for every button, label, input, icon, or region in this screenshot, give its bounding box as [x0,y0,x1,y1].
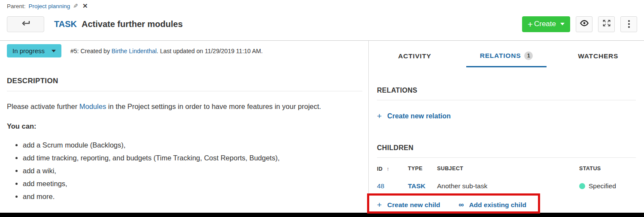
back-arrow-icon [21,19,30,29]
kebab-menu-icon [628,20,630,28]
work-package-toolbar: TASK Activate further modules + Create [7,16,637,32]
parent-label: Parent: [7,3,26,9]
tab-label: ACTIVITY [398,52,431,60]
page-title: TASK Activate further modules [54,19,183,29]
toolbar-actions: + Create [522,16,637,32]
relations-divider [377,100,636,100]
sort-ascending-icon: ↑ [386,166,389,172]
red-highlight-annotation [367,193,540,214]
list-item: and more. [23,192,361,201]
author-link[interactable]: Birthe Lindenthal [112,48,157,54]
work-package-type-label[interactable]: TASK [54,19,77,29]
main-content: In progress #5: Created by Birthe Linden… [0,41,644,217]
work-package-details: In progress #5: Created by Birthe Linden… [0,41,368,217]
create-new-relation-label: Create new relation [387,112,451,120]
description-heading: DESCRIPTION [7,77,361,85]
parent-bar: Parent: Project planning ✎ ✕ [7,2,88,10]
relations-count-badge: 1 [524,51,533,60]
list-item: add meetings, [23,179,361,188]
child-type-link[interactable]: TASK [408,182,437,190]
side-panel: ACTIVITY RELATIONS 1 WATCHERS RELATIONS … [368,41,644,217]
relations-panel: RELATIONS + Create new relation CHILDREN… [369,67,644,209]
status-label: In progress [12,47,45,54]
description-bullet-list: add a Scrum module (Backlogs), add time … [7,141,361,201]
created-text: #5: Created by [70,48,112,54]
description-text: in the Project settings in order to have… [106,102,321,110]
back-button[interactable] [7,16,44,32]
plus-icon: + [377,112,382,120]
you-can-label: You can: [7,122,361,130]
column-header-type[interactable]: TYPE [408,166,437,172]
description-text: Please activate further [7,102,79,110]
watch-button[interactable] [576,16,592,32]
status-text: Specified [589,182,616,190]
child-subject: Another sub-task [437,182,579,190]
bottom-black-bar [0,213,644,217]
expand-icon [603,20,611,28]
more-actions-button[interactable] [620,16,637,32]
children-table-header: ID ↑ TYPE SUBJECT STATUS [377,166,636,172]
remove-parent-close-icon[interactable]: ✕ [82,2,88,10]
list-item: add a wiki, [23,166,361,175]
child-id-link[interactable]: 48 [377,182,408,190]
table-row: 48 TASK Another sub-task Specified [377,182,636,190]
column-header-status[interactable]: STATUS [579,166,636,172]
create-new-relation-link[interactable]: + Create new relation [377,112,636,120]
tab-label: WATCHERS [578,52,618,60]
create-button[interactable]: + Create [522,16,570,32]
status-dropdown[interactable]: In progress [7,44,61,57]
tab-bar: ACTIVITY RELATIONS 1 WATCHERS [369,41,644,67]
children-heading: CHILDREN [377,144,636,152]
parent-project-link[interactable]: Project planning [29,3,70,9]
list-item: add time tracking, reporting, and budget… [23,154,361,163]
tab-label: RELATIONS [480,52,521,60]
plus-icon: + [528,20,533,29]
updated-text: . Last updated on 11/29/2019 11:10 AM. [157,48,263,54]
edit-parent-pencil-icon[interactable]: ✎ [73,3,78,9]
tab-activity[interactable]: ACTIVITY [369,41,461,67]
list-item: add a Scrum module (Backlogs), [23,141,361,150]
relations-heading: RELATIONS [377,87,636,94]
chevron-down-icon [560,23,565,25]
column-header-subject[interactable]: SUBJECT [437,166,579,172]
column-header-id[interactable]: ID ↑ [377,166,408,172]
column-label: ID [377,166,383,172]
chevron-down-icon [52,50,56,52]
description-divider [7,91,362,91]
child-status: Specified [579,182,636,190]
tab-relations[interactable]: RELATIONS 1 [461,41,553,67]
children-divider [377,157,636,158]
eye-icon [580,20,589,28]
description-paragraph: Please activate further Modules in the P… [7,102,361,111]
modules-link[interactable]: Modules [79,102,106,110]
create-button-label: Create [534,20,556,28]
fullscreen-button[interactable] [598,16,615,32]
status-meta-row: In progress #5: Created by Birthe Linden… [7,44,361,57]
work-package-subject[interactable]: Activate further modules [82,19,183,29]
tab-watchers[interactable]: WATCHERS [552,41,644,67]
meta-text: #5: Created by Birthe Lindenthal. Last u… [70,48,263,54]
status-dot-icon [579,183,585,189]
